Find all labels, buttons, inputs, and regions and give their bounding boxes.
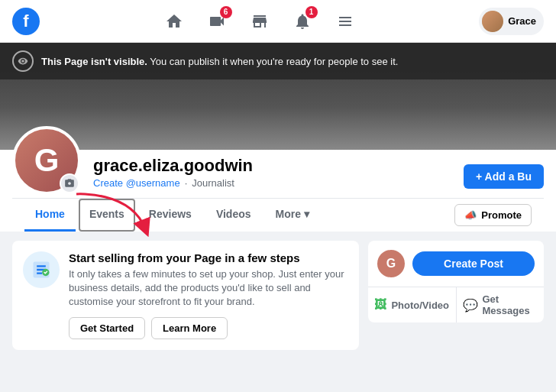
facebook-logo: f [12,8,40,35]
profile-picture-wrapper: G [12,126,81,195]
menu-nav-icon[interactable] [327,3,364,40]
photo-video-action[interactable]: 🖼 Photo/Video [368,287,457,322]
create-post-button[interactable]: Create Post [412,251,535,276]
learn-more-button[interactable]: Learn More [151,317,228,339]
page-cover: This Page isn't visible. You can publish… [0,43,556,150]
right-column: G Create Post 🖼 Photo/Video 💬 Get Messag… [368,241,544,342]
nav-profile-name: Grace [508,15,536,27]
sell-actions: Get Started Learn More [69,317,348,339]
visibility-banner: This Page isn't visible. You can publish… [0,43,556,79]
notification-nav-icon[interactable]: 1 [284,3,321,40]
tab-reviews[interactable]: Reviews [138,199,202,232]
create-post-avatar: G [377,250,405,277]
nav-left: f [12,8,40,35]
create-post-card: G Create Post 🖼 Photo/Video 💬 Get Messag… [368,241,544,322]
tab-videos[interactable]: Videos [205,199,262,232]
sell-text: Start selling from your Page in a few st… [69,251,348,339]
profile-menu[interactable]: Grace [479,8,544,35]
tab-events[interactable]: Events [79,199,135,232]
sell-card: Start selling from your Page in a few st… [12,241,359,350]
profile-section: G grace.eliza.goodwin Create @username ·… [0,150,556,232]
nav-avatar [482,11,503,32]
page-subtitle: Create @username · Journalist [93,177,451,189]
page-tabs: Home Events Reviews Videos More ▾ 📣 Prom… [12,198,544,232]
tab-more[interactable]: More ▾ [265,199,320,232]
video-nav-icon[interactable]: 6 [199,3,235,40]
profile-info-row: G grace.eliza.goodwin Create @username ·… [12,150,544,195]
photo-video-icon: 🖼 [374,298,386,312]
home-nav-icon[interactable] [156,3,192,40]
nav-center: 6 1 [156,3,364,40]
promote-button[interactable]: 📣 Promote [454,204,532,226]
get-messages-action[interactable]: 💬 Get Messages [457,287,545,322]
store-nav-icon[interactable] [241,3,278,40]
page-role: Journalist [192,177,234,189]
create-username-link[interactable]: Create @username [93,177,180,189]
notification-badge: 1 [305,6,318,18]
visibility-icon [12,50,34,72]
sell-icon [23,251,60,288]
create-post-header: G Create Post [368,241,544,287]
camera-button[interactable] [60,173,79,193]
page-name: grace.eliza.goodwin [93,156,451,176]
messages-icon: 💬 [463,298,478,313]
tab-home[interactable]: Home [24,199,76,232]
tabs-list: Home Events Reviews Videos More ▾ [24,199,320,232]
visibility-text: This Page isn't visible. You can publish… [41,56,398,67]
sell-title: Start selling from your Page in a few st… [69,251,348,264]
get-started-button[interactable]: Get Started [69,317,145,339]
chevron-down-icon: ▾ [304,208,309,220]
add-button[interactable]: + Add a Bu [464,164,544,189]
page-role-separator: · [185,177,188,189]
nav-right: Grace [479,8,544,35]
top-navigation: f 6 1 Grace [0,0,556,43]
main-content: Start selling from your Page in a few st… [0,232,556,352]
left-column: Start selling from your Page in a few st… [12,241,359,342]
profile-name-section: grace.eliza.goodwin Create @username · J… [93,156,451,195]
sell-description: It only takes a few minutes to set up yo… [69,267,348,309]
megaphone-icon: 📣 [464,209,477,221]
video-badge: 6 [220,6,232,18]
create-post-actions: 🖼 Photo/Video 💬 Get Messages [368,287,544,322]
